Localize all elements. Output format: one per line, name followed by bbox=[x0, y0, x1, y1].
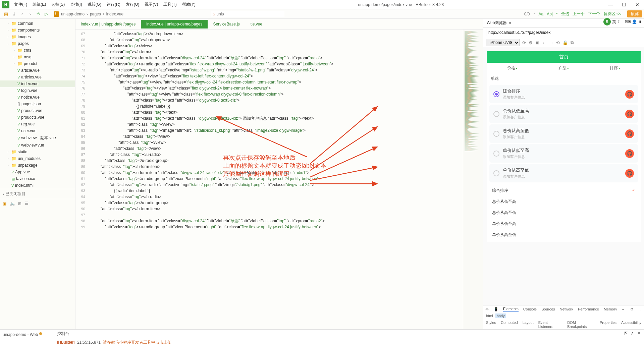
copy-icon[interactable]: ⧉ bbox=[571, 40, 574, 45]
radio-card[interactable]: 单价从高至低添加客户信息🎧 bbox=[489, 164, 638, 182]
tree-item[interactable]: ›📁unpackage bbox=[0, 162, 75, 169]
devtools-tab[interactable]: Performance bbox=[578, 306, 599, 312]
radio-card[interactable]: 单价从低至高添加客户信息🎧 bbox=[489, 144, 638, 163]
expand-icon[interactable]: ∧ bbox=[631, 331, 634, 337]
console-close-icon[interactable]: ✕ bbox=[637, 331, 641, 337]
list-icon[interactable]: ☰ bbox=[25, 201, 29, 206]
radio-card[interactable]: 总价从低至高添加客户信息🎧 bbox=[489, 105, 638, 123]
console-project[interactable]: uniapp-demo - Web bbox=[3, 332, 38, 337]
menu-item[interactable]: 帮助(Y) bbox=[179, 2, 198, 7]
devtools-more[interactable]: » bbox=[622, 306, 624, 312]
radio-icon[interactable] bbox=[493, 111, 499, 117]
minimize-button[interactable]: — bbox=[604, 2, 617, 7]
export-icon[interactable]: ⇱ bbox=[624, 331, 628, 337]
dom-crumb[interactable]: html bbox=[486, 314, 493, 318]
menu-item[interactable]: 文件(F) bbox=[11, 2, 30, 7]
devtools-subtab[interactable]: Computed bbox=[501, 321, 518, 329]
sync-icon[interactable]: ⟲ bbox=[34, 11, 42, 16]
tree-item[interactable]: ›📁proudct bbox=[0, 60, 75, 67]
user-icon[interactable]: 👤 bbox=[632, 19, 637, 24]
tree-item[interactable]: Vnotice.vue bbox=[0, 94, 75, 101]
select-all[interactable]: 全选 bbox=[561, 11, 569, 17]
radio-icon[interactable] bbox=[493, 131, 499, 137]
tree-item[interactable]: ›📁components bbox=[0, 27, 75, 34]
devtools-gear-icon[interactable]: ⚙ bbox=[630, 306, 634, 312]
forward-icon[interactable]: › bbox=[26, 11, 34, 16]
new-file-icon[interactable]: ▤ bbox=[2, 11, 10, 16]
dom-crumb-active[interactable]: body bbox=[495, 313, 506, 318]
maximize-button[interactable]: ☐ bbox=[617, 2, 631, 7]
grid-icon[interactable]: ⊞ bbox=[18, 201, 21, 206]
run-icon[interactable]: ▷ bbox=[42, 11, 50, 16]
devtools-subtab[interactable]: Accessibility bbox=[621, 321, 641, 329]
back-icon[interactable]: ‹ bbox=[18, 11, 26, 16]
menu-icon[interactable]: ⠿ bbox=[638, 19, 641, 24]
tree-item[interactable]: Vuser.vue bbox=[0, 127, 75, 134]
gear-icon[interactable]: ⚙ bbox=[529, 40, 533, 45]
filter-item[interactable]: 户型▾ bbox=[538, 65, 589, 71]
tree-item[interactable]: Vindex.html bbox=[0, 182, 75, 189]
radio-icon[interactable] bbox=[493, 151, 499, 157]
tree-item[interactable]: Vproudct.vue bbox=[0, 107, 75, 114]
screenshot-icon[interactable]: ▣ bbox=[535, 40, 539, 45]
word-toggle[interactable]: Ab| bbox=[547, 12, 553, 16]
browser-tab[interactable]: Web浏览器 bbox=[487, 20, 507, 26]
device-select[interactable]: iPhone 6/7/8 bbox=[486, 39, 520, 46]
device-icon[interactable]: 📱 bbox=[494, 306, 498, 312]
devtools-more-icon[interactable]: ⋮ bbox=[638, 306, 642, 312]
devtools-tab[interactable]: Elements bbox=[503, 306, 519, 312]
menu-item[interactable]: 选择(S) bbox=[49, 2, 67, 7]
prev-match[interactable]: 上一个 bbox=[573, 11, 585, 17]
filter-item[interactable]: 价格▾ bbox=[487, 65, 538, 71]
tree-item[interactable]: Vproudcts.vue bbox=[0, 114, 75, 121]
menu-item[interactable]: 运行(R) bbox=[104, 2, 123, 7]
close-button[interactable]: ✕ bbox=[631, 2, 644, 7]
tree-item[interactable]: VApp.vue bbox=[0, 169, 75, 175]
lock-icon[interactable]: 🔒 bbox=[562, 40, 568, 45]
editor-tab[interactable]: tie.vue bbox=[245, 20, 268, 28]
devtools-subtab[interactable]: Styles bbox=[486, 321, 496, 329]
closed-projects[interactable]: ›已关闭项目 bbox=[0, 189, 75, 199]
devtools-tab[interactable]: Sources bbox=[541, 306, 555, 312]
tree-item[interactable]: {}pages.json bbox=[0, 101, 75, 107]
code-content[interactable]: "attr">class="tag"></u-dropdown-item> "a… bbox=[87, 30, 463, 329]
close-tab-icon[interactable]: × bbox=[509, 21, 511, 25]
menu-item[interactable]: 发行(U) bbox=[123, 2, 142, 7]
editor-tab[interactable]: ServiceBase.js bbox=[208, 20, 245, 28]
tree-item[interactable]: ⌄📁pages bbox=[0, 40, 75, 47]
bike-icon[interactable]: 🚲 bbox=[10, 201, 15, 206]
radio-card[interactable]: 综合排序添加客户信息🎧 bbox=[489, 85, 638, 103]
terminal-icon[interactable]: ▣ bbox=[3, 201, 6, 206]
browser-back-icon[interactable]: ← bbox=[542, 40, 546, 45]
sort-item[interactable]: 单价从高至低 bbox=[487, 229, 641, 240]
devtools-subtab[interactable]: Event Listeners bbox=[538, 321, 562, 329]
sort-item[interactable]: 总价从高至低 bbox=[487, 207, 641, 218]
reload-icon[interactable]: ⟲ bbox=[556, 40, 560, 45]
replace-zone[interactable]: 替换区 << bbox=[603, 11, 621, 17]
tree-item[interactable]: ›📁images bbox=[0, 34, 75, 40]
tree-item[interactable]: ›📁msg bbox=[0, 54, 75, 60]
tree-item[interactable]: ›📁cms bbox=[0, 47, 75, 54]
editor-tab[interactable]: index.vue | uniapp-demo/pages bbox=[141, 20, 208, 28]
devtools-subtab[interactable]: DOM Breakpoints bbox=[567, 321, 595, 329]
devtools-tab[interactable]: Network bbox=[560, 306, 573, 312]
arrow-icon[interactable]: ↑ bbox=[533, 12, 535, 16]
keyboard-icon[interactable]: ⌨ bbox=[625, 19, 631, 24]
tree-item[interactable]: Vwebview - 副本.vue bbox=[0, 134, 75, 142]
browser-fwd-icon[interactable]: → bbox=[549, 40, 553, 45]
tree-item[interactable]: ›📁common bbox=[0, 20, 75, 27]
devtools-subtab[interactable]: Layout bbox=[523, 321, 534, 329]
regex-toggle[interactable]: * bbox=[556, 12, 558, 16]
menu-item[interactable]: 视图(V) bbox=[142, 2, 161, 7]
menu-item[interactable]: 编辑(E) bbox=[30, 2, 49, 7]
next-match[interactable]: 下一个 bbox=[588, 11, 600, 17]
url-input[interactable] bbox=[486, 29, 641, 36]
tree-item[interactable]: ▦favicon.ico bbox=[0, 175, 75, 182]
sort-item[interactable]: 总价从低至高 bbox=[487, 196, 641, 207]
moon-icon[interactable]: ☾ bbox=[618, 19, 621, 24]
tree-item[interactable]: Vreg.vue bbox=[0, 121, 75, 127]
devtools-tab[interactable]: Console bbox=[523, 306, 537, 312]
tree-item[interactable]: Vindex.vue bbox=[0, 80, 75, 87]
rotate-icon[interactable]: ⟳ bbox=[522, 40, 526, 45]
crumb-file[interactable]: index.vue bbox=[106, 12, 123, 16]
